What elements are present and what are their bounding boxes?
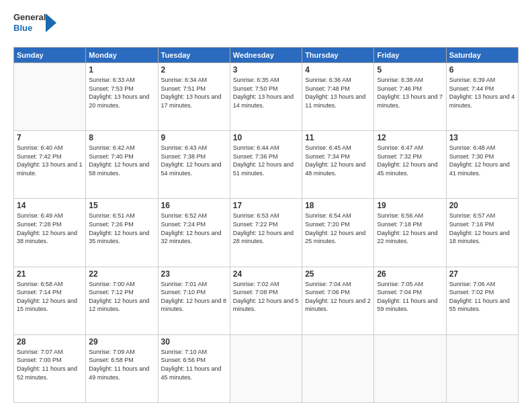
calendar-cell: 5Sunrise: 6:38 AMSunset: 7:46 PMDaylight… [374, 63, 446, 131]
day-info: Sunrise: 7:01 AMSunset: 7:10 PMDaylight:… [161, 280, 227, 314]
day-info: Sunrise: 6:40 AMSunset: 7:42 PMDaylight:… [17, 144, 83, 177]
day-number: 14 [17, 201, 83, 210]
calendar-cell [374, 334, 446, 402]
calendar-cell: 30Sunrise: 7:10 AMSunset: 6:56 PMDayligh… [158, 334, 230, 402]
day-number: 24 [233, 269, 299, 279]
day-info: Sunrise: 6:33 AMSunset: 7:53 PMDaylight:… [89, 76, 154, 109]
day-number: 5 [377, 65, 443, 75]
day-number: 7 [17, 133, 83, 142]
calendar-cell: 1Sunrise: 6:33 AMSunset: 7:53 PMDaylight… [86, 63, 158, 131]
calendar-week-4: 21Sunrise: 6:58 AMSunset: 7:14 PMDayligh… [14, 267, 519, 334]
day-number: 18 [305, 201, 371, 210]
day-number: 4 [305, 65, 371, 75]
calendar-cell: 7Sunrise: 6:40 AMSunset: 7:42 PMDaylight… [14, 131, 86, 199]
calendar-week-1: 1Sunrise: 6:33 AMSunset: 7:53 PMDaylight… [14, 63, 519, 131]
day-info: Sunrise: 6:48 AMSunset: 7:30 PMDaylight:… [449, 144, 515, 177]
calendar-cell: 6Sunrise: 6:39 AMSunset: 7:44 PMDaylight… [446, 63, 518, 131]
day-number: 13 [449, 133, 515, 142]
calendar-cell: 20Sunrise: 6:57 AMSunset: 7:16 PMDayligh… [446, 199, 518, 267]
calendar-cell [230, 334, 302, 402]
calendar-cell: 28Sunrise: 7:07 AMSunset: 7:00 PMDayligh… [14, 334, 86, 402]
day-info: Sunrise: 7:02 AMSunset: 7:08 PMDaylight:… [233, 280, 299, 314]
day-number: 10 [233, 133, 299, 142]
day-info: Sunrise: 6:43 AMSunset: 7:38 PMDaylight:… [161, 144, 227, 177]
logo-container: General Blue [13, 12, 48, 40]
day-info: Sunrise: 6:36 AMSunset: 7:48 PMDaylight:… [305, 76, 371, 109]
calendar-cell: 22Sunrise: 7:00 AMSunset: 7:12 PMDayligh… [86, 267, 158, 334]
calendar-cell: 26Sunrise: 7:05 AMSunset: 7:04 PMDayligh… [374, 267, 446, 334]
day-info: Sunrise: 6:51 AMSunset: 7:26 PMDaylight:… [89, 212, 154, 245]
calendar-cell: 14Sunrise: 6:49 AMSunset: 7:28 PMDayligh… [14, 199, 86, 267]
calendar-cell: 23Sunrise: 7:01 AMSunset: 7:10 PMDayligh… [158, 267, 230, 334]
day-info: Sunrise: 6:57 AMSunset: 7:16 PMDaylight:… [449, 212, 515, 245]
day-number: 11 [305, 133, 371, 142]
day-info: Sunrise: 7:07 AMSunset: 7:00 PMDaylight:… [17, 348, 83, 381]
day-number: 29 [89, 337, 154, 347]
day-number: 3 [233, 65, 299, 75]
day-number: 22 [89, 269, 154, 279]
day-info: Sunrise: 6:47 AMSunset: 7:32 PMDaylight:… [377, 144, 443, 177]
calendar-week-2: 7Sunrise: 6:40 AMSunset: 7:42 PMDaylight… [14, 131, 519, 199]
day-info: Sunrise: 6:44 AMSunset: 7:36 PMDaylight:… [233, 144, 299, 177]
calendar-cell: 24Sunrise: 7:02 AMSunset: 7:08 PMDayligh… [230, 267, 302, 334]
day-info: Sunrise: 6:34 AMSunset: 7:51 PMDaylight:… [161, 76, 227, 109]
day-info: Sunrise: 6:53 AMSunset: 7:22 PMDaylight:… [233, 212, 299, 245]
calendar-cell: 29Sunrise: 7:09 AMSunset: 6:58 PMDayligh… [86, 334, 158, 402]
day-info: Sunrise: 6:39 AMSunset: 7:44 PMDaylight:… [449, 76, 515, 109]
day-header-tuesday: Tuesday [158, 48, 230, 63]
day-info: Sunrise: 6:56 AMSunset: 7:18 PMDaylight:… [377, 212, 443, 245]
day-number: 15 [89, 201, 154, 210]
page: General Blue SundayMondayTuesdayWednesda… [0, 0, 532, 411]
calendar-cell: 27Sunrise: 7:06 AMSunset: 7:02 PMDayligh… [446, 267, 518, 334]
calendar-cell: 9Sunrise: 6:43 AMSunset: 7:38 PMDaylight… [158, 131, 230, 199]
day-header-friday: Friday [374, 48, 446, 63]
calendar-cell: 10Sunrise: 6:44 AMSunset: 7:36 PMDayligh… [230, 131, 302, 199]
day-number: 26 [377, 269, 443, 279]
day-number: 9 [161, 133, 227, 142]
calendar-cell: 3Sunrise: 6:35 AMSunset: 7:50 PMDaylight… [230, 63, 302, 131]
day-info: Sunrise: 6:58 AMSunset: 7:14 PMDaylight:… [17, 280, 83, 314]
day-number: 25 [305, 269, 371, 279]
calendar-table: SundayMondayTuesdayWednesdayThursdayFrid… [13, 47, 519, 403]
day-info: Sunrise: 6:35 AMSunset: 7:50 PMDaylight:… [233, 76, 299, 109]
day-info: Sunrise: 6:42 AMSunset: 7:40 PMDaylight:… [89, 144, 154, 177]
header: General Blue [13, 12, 519, 40]
day-info: Sunrise: 7:00 AMSunset: 7:12 PMDaylight:… [89, 280, 154, 314]
calendar-cell: 25Sunrise: 7:04 AMSunset: 7:06 PMDayligh… [302, 267, 374, 334]
day-header-saturday: Saturday [446, 48, 518, 63]
logo-general: General [13, 12, 48, 23]
day-number: 6 [449, 65, 515, 75]
day-number: 12 [377, 133, 443, 142]
calendar-cell: 15Sunrise: 6:51 AMSunset: 7:26 PMDayligh… [86, 199, 158, 267]
day-header-sunday: Sunday [14, 48, 86, 63]
day-number: 20 [449, 201, 515, 210]
calendar-cell [302, 334, 374, 402]
day-info: Sunrise: 7:05 AMSunset: 7:04 PMDaylight:… [377, 280, 443, 314]
day-number: 30 [161, 337, 227, 347]
day-number: 23 [161, 269, 227, 279]
day-info: Sunrise: 6:49 AMSunset: 7:28 PMDaylight:… [17, 212, 83, 245]
day-info: Sunrise: 7:09 AMSunset: 6:58 PMDaylight:… [89, 348, 154, 381]
logo-blue: Blue [13, 23, 48, 34]
calendar-cell: 4Sunrise: 6:36 AMSunset: 7:48 PMDaylight… [302, 63, 374, 131]
day-number: 28 [17, 337, 83, 347]
logo: General Blue [13, 12, 56, 40]
day-number: 27 [449, 269, 515, 279]
day-header-thursday: Thursday [302, 48, 374, 63]
calendar-week-5: 28Sunrise: 7:07 AMSunset: 7:00 PMDayligh… [14, 334, 519, 402]
calendar-cell: 18Sunrise: 6:54 AMSunset: 7:20 PMDayligh… [302, 199, 374, 267]
day-info: Sunrise: 6:54 AMSunset: 7:20 PMDaylight:… [305, 212, 371, 245]
day-number: 8 [89, 133, 154, 142]
calendar-cell: 21Sunrise: 6:58 AMSunset: 7:14 PMDayligh… [14, 267, 86, 334]
day-info: Sunrise: 6:38 AMSunset: 7:46 PMDaylight:… [377, 76, 443, 109]
day-info: Sunrise: 6:52 AMSunset: 7:24 PMDaylight:… [161, 212, 227, 245]
calendar-week-3: 14Sunrise: 6:49 AMSunset: 7:28 PMDayligh… [14, 199, 519, 267]
calendar-cell: 19Sunrise: 6:56 AMSunset: 7:18 PMDayligh… [374, 199, 446, 267]
day-number: 16 [161, 201, 227, 210]
calendar-cell: 8Sunrise: 6:42 AMSunset: 7:40 PMDaylight… [86, 131, 158, 199]
day-header-monday: Monday [86, 48, 158, 63]
calendar-cell [446, 334, 518, 402]
calendar-cell: 13Sunrise: 6:48 AMSunset: 7:30 PMDayligh… [446, 131, 518, 199]
calendar-cell [14, 63, 86, 131]
calendar-header-row: SundayMondayTuesdayWednesdayThursdayFrid… [14, 48, 519, 63]
